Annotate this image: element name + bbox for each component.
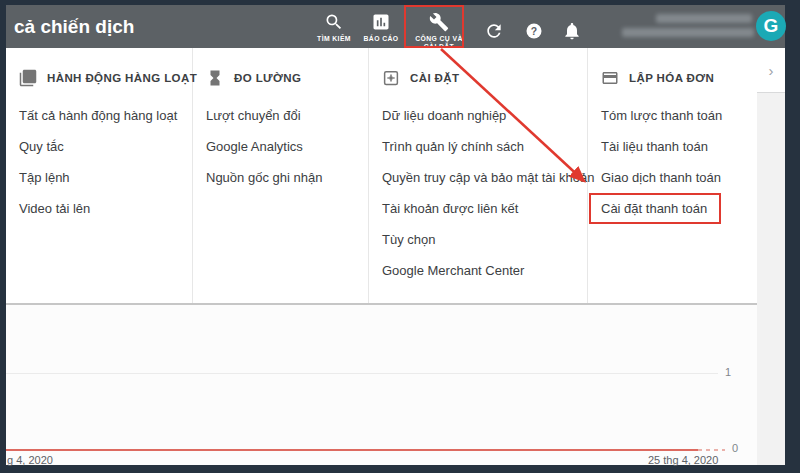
menu-item-all-bulk-actions[interactable]: Tất cả hành động hàng loạt xyxy=(6,100,192,131)
expand-panel-button[interactable]: › xyxy=(757,48,785,93)
account-info-redacted-line2 xyxy=(622,28,754,37)
notifications-button[interactable] xyxy=(562,21,582,41)
help-button[interactable]: ? xyxy=(524,21,544,41)
menu-item-rules[interactable]: Quy tắc xyxy=(6,131,192,162)
menu-item-google-analytics[interactable]: Google Analytics xyxy=(193,131,368,162)
menu-item-linked-accounts[interactable]: Tài khoản được liên kết xyxy=(369,193,587,224)
svg-text:?: ? xyxy=(531,26,537,37)
bulk-actions-icon xyxy=(19,69,37,87)
tools-settings-button[interactable]: CÔNG CỤ VÀ CÀI ĐẶT xyxy=(406,12,472,51)
menu-column-header-setup: CÀI ĐẶT xyxy=(369,62,587,94)
menu-item-preferences[interactable]: Tùy chọn xyxy=(369,224,587,255)
menu-item-business-data[interactable]: Dữ liệu doanh nghiệp xyxy=(369,100,587,131)
reports-button[interactable]: BÁO CÁO xyxy=(352,12,410,43)
wrench-icon xyxy=(429,12,449,32)
gridline-top xyxy=(6,373,718,374)
menu-column-measurement: ĐO LƯỜNG Lượt chuyển đổi Google Analytic… xyxy=(193,48,369,303)
menu-column-header-bulk-actions: HÀNH ĐỘNG HÀNG LOẠT xyxy=(6,62,192,94)
logo-letter: G xyxy=(764,15,779,37)
menu-item-scripts[interactable]: Tập lệnh xyxy=(6,162,192,193)
credit-card-icon xyxy=(601,69,619,87)
metric-line-red-dashed-end xyxy=(698,449,725,451)
top-bar: cả chiến dịch TÌM KIẾM BÁO CÁO CÔNG CỤ V… xyxy=(6,5,785,48)
right-scroll-gutter[interactable]: › xyxy=(757,48,785,465)
menu-column-title: LẬP HÓA ĐƠN xyxy=(629,72,714,84)
menu-column-header-measurement: ĐO LƯỜNG xyxy=(193,62,368,94)
refresh-button[interactable] xyxy=(484,21,504,41)
menu-column-title: CÀI ĐẶT xyxy=(410,72,459,84)
menu-column-title: ĐO LƯỜNG xyxy=(234,72,301,84)
page-title: cả chiến dịch xyxy=(14,16,134,38)
menu-item-attribution[interactable]: Nguồn gốc ghi nhận xyxy=(193,162,368,193)
y-axis-label-top: 1 xyxy=(725,366,731,378)
menu-item-google-merchant-center[interactable]: Google Merchant Center xyxy=(369,255,587,286)
menu-item-billing-documents[interactable]: Tài liệu thanh toán xyxy=(588,131,757,162)
gear-icon xyxy=(382,69,400,87)
menu-item-uploaded-videos[interactable]: Video tải lên xyxy=(6,193,192,224)
account-info-redacted-line1 xyxy=(656,14,752,23)
chart-area: 1 0 g 4, 2020 25 thg 4, 2020 xyxy=(6,305,757,465)
tools-settings-menu: HÀNH ĐỘNG HÀNG LOẠT Tất cả hành động hàn… xyxy=(6,48,757,305)
refresh-icon xyxy=(484,27,504,44)
menu-item-billing-transactions[interactable]: Giao dịch thanh toán xyxy=(588,162,757,193)
reports-button-label: BÁO CÁO xyxy=(364,35,399,43)
menu-item-billing-summary[interactable]: Tóm lược thanh toán xyxy=(588,100,757,131)
menu-item-conversions[interactable]: Lượt chuyển đổi xyxy=(193,100,368,131)
hourglass-icon xyxy=(206,69,224,87)
menu-item-policy-manager[interactable]: Trình quản lý chính sách xyxy=(369,131,587,162)
help-icon: ? xyxy=(524,27,544,44)
menu-column-setup: CÀI ĐẶT Dữ liệu doanh nghiệp Trình quản … xyxy=(369,48,588,303)
menu-item-access-security[interactable]: Quyền truy cập và bảo mật tài khoản xyxy=(369,162,587,193)
menu-column-title: HÀNH ĐỘNG HÀNG LOẠT xyxy=(47,72,197,84)
bar-chart-icon xyxy=(371,12,391,32)
menu-item-billing-settings[interactable]: Cài đặt thanh toán xyxy=(588,193,757,224)
metric-line-red xyxy=(6,449,698,451)
x-axis-date-left: g 4, 2020 xyxy=(7,454,53,466)
search-button-label: TÌM KIẾM xyxy=(317,35,351,43)
menu-column-header-billing: LẬP HÓA ĐƠN xyxy=(588,62,757,94)
chevron-right-icon: › xyxy=(769,62,774,79)
bell-icon xyxy=(562,27,582,44)
x-axis-date-right: 25 thg 4, 2020 xyxy=(648,454,718,466)
google-ads-logo[interactable]: G xyxy=(756,11,786,41)
search-icon xyxy=(324,12,344,32)
y-axis-label-bottom: 0 xyxy=(732,442,738,454)
menu-column-bulk-actions: HÀNH ĐỘNG HÀNG LOẠT Tất cả hành động hàn… xyxy=(6,48,193,303)
menu-column-billing: LẬP HÓA ĐƠN Tóm lược thanh toán Tài liệu… xyxy=(588,48,757,303)
